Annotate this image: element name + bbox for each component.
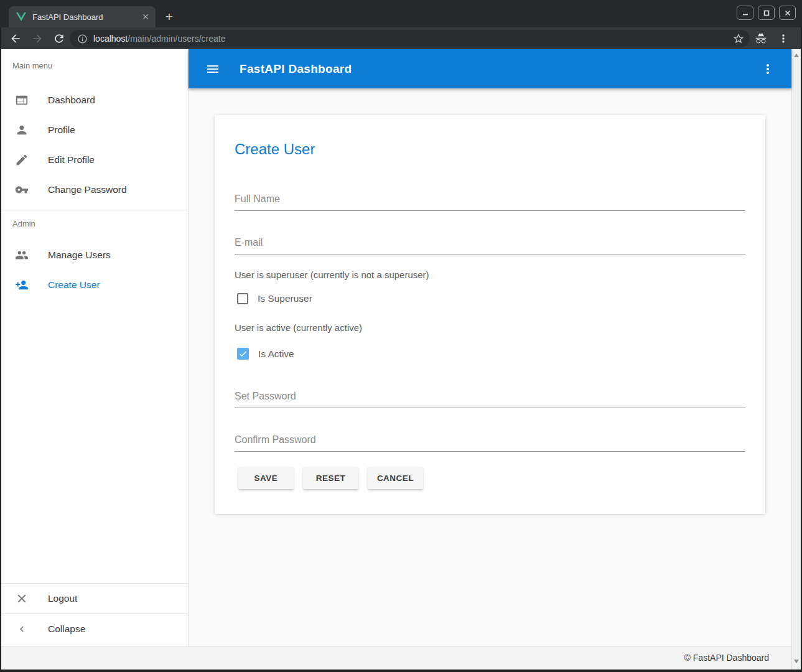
sidebar-item-label: Edit Profile [48,154,95,166]
sidebar: Main menu Dashboard Profile Edit Profile [1,49,189,646]
checkbox-checked-icon[interactable] [237,348,249,360]
browser-titlebar: FastAPI Dashboard + [0,0,802,27]
sidebar-item-manage-users[interactable]: Manage Users [1,240,188,270]
app-title: FastAPI Dashboard [240,62,352,76]
sidebar-item-dashboard[interactable]: Dashboard [1,85,188,115]
tab-close-icon[interactable] [140,12,151,22]
browser-tab[interactable]: FastAPI Dashboard [9,6,156,27]
checkbox-unchecked-icon[interactable] [237,293,248,304]
key-icon [14,182,29,197]
is-active-checkbox[interactable]: Is Active [237,348,745,360]
site-info-icon[interactable] [77,34,88,44]
bookmark-star-icon[interactable] [732,32,745,45]
sidebar-item-label: Change Password [48,184,127,195]
pencil-icon [14,152,29,167]
app-bar: FastAPI Dashboard [189,49,791,88]
create-user-card: Create User User is superuser (currently… [215,115,765,514]
sidebar-item-label: Profile [48,124,75,136]
sidebar-bottom: Logout Collapse [1,583,188,646]
sidebar-item-change-password[interactable]: Change Password [1,175,188,205]
sidebar-item-label: Logout [48,593,77,604]
people-icon [14,248,29,263]
toolbar-right [753,27,798,49]
address-bar[interactable]: localhost/main/admin/users/create [70,30,750,47]
sidebar-item-label: Collapse [48,623,85,635]
reload-icon[interactable] [52,31,67,46]
sidebar-item-logout[interactable]: Logout [1,584,188,614]
cancel-button[interactable]: CANCEL [368,467,423,489]
close-icon [14,591,29,606]
full-name-input[interactable] [235,194,745,211]
superuser-note: User is superuser (currently is not a su… [235,269,745,280]
sidebar-item-profile[interactable]: Profile [1,115,188,145]
url-path: /main/admin/users/create [128,34,225,44]
page: Main menu Dashboard Profile Edit Profile [1,49,791,670]
checkbox-label: Is Superuser [258,293,312,304]
sidebar-divider [1,210,188,210]
sidebar-item-create-user[interactable]: Create User [1,270,188,300]
checkbox-label: Is Active [258,348,294,360]
sidebar-item-label: Manage Users [48,250,111,261]
browser-window: FastAPI Dashboard + [0,0,802,672]
dashboard-icon [14,93,29,108]
set-password-input[interactable] [235,391,745,408]
forward-icon[interactable] [30,31,45,46]
person-icon [14,123,29,138]
chevron-left-icon [14,622,29,637]
vue-logo-icon [16,12,26,21]
email-input[interactable] [235,237,745,254]
close-window-button[interactable] [779,6,796,20]
app-menu-kebab-icon[interactable] [760,62,775,77]
incognito-icon [753,31,768,46]
scrollbar[interactable] [791,49,801,670]
sidebar-item-label: Create User [48,279,100,291]
active-note: User is active (currently active) [235,322,745,333]
minimize-button[interactable] [737,6,753,20]
new-tab-button[interactable]: + [161,8,178,26]
reset-button[interactable]: RESET [303,467,358,489]
scroll-up-icon[interactable] [794,54,799,57]
person-add-icon [14,278,29,292]
browser-toolbar: localhost/main/admin/users/create [1,27,801,49]
page-footer: © FastAPI Dashboard [1,646,791,670]
window-controls [737,6,796,20]
maximize-button[interactable] [758,6,775,20]
scroll-down-icon[interactable] [794,660,799,663]
url-text[interactable]: localhost/main/admin/users/create [93,34,732,44]
hamburger-menu-icon[interactable] [205,62,220,77]
form-actions: SAVE RESET CANCEL [235,467,745,489]
sidebar-item-collapse[interactable]: Collapse [1,614,188,644]
sidebar-item-edit-profile[interactable]: Edit Profile [1,145,188,175]
browser-menu-icon[interactable] [776,31,791,46]
sidebar-section-admin: Admin [1,218,188,230]
form-title: Create User [235,141,745,158]
tab-title: FastAPI Dashboard [32,12,140,22]
sidebar-section-main-menu: Main menu [1,60,188,72]
is-superuser-checkbox[interactable]: Is Superuser [237,293,745,304]
url-host: localhost [93,34,128,44]
back-icon[interactable] [8,31,23,46]
save-button[interactable]: SAVE [238,467,294,489]
confirm-password-input[interactable] [235,434,745,452]
main-content: Create User User is superuser (currently… [189,88,791,646]
sidebar-item-label: Dashboard [48,95,95,106]
